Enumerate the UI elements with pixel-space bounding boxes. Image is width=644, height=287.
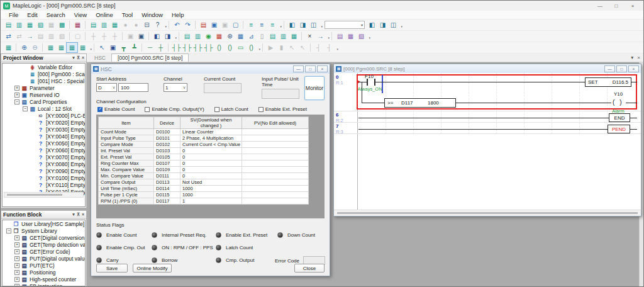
output-coil-icon[interactable] [613, 99, 627, 106]
expander-icon[interactable]: + [14, 242, 19, 247]
expander-icon[interactable]: + [14, 263, 19, 268]
close-icon[interactable]: × [628, 65, 639, 72]
scale-combo[interactable] [325, 21, 365, 29]
breakpoint-1-button[interactable]: ┤ [313, 43, 324, 52]
tree-item-slot-0080[interactable]: ? [XY:0080] Empty [3, 160, 85, 167]
fb-item-get-digital[interactable]: + ▤ GET(Digital conversion value) [3, 234, 85, 241]
tree-item-card-properties[interactable]: − ▤ Card Properties [3, 98, 85, 105]
coil-f9-button[interactable]: () [214, 43, 225, 52]
force-io-1-button[interactable]: ┼ [88, 31, 99, 41]
doc-a-button[interactable]: ▤ [35, 31, 46, 41]
checkbox-icon[interactable] [145, 107, 150, 112]
plc-read-button[interactable]: ◧ [287, 20, 297, 30]
minimize-icon[interactable]: — [293, 65, 304, 72]
tree-item-hsc[interactable]: ≣ [001] HSC : Special F [3, 77, 85, 84]
new-file-button[interactable]: ▤ [88, 20, 99, 30]
save-all-button[interactable]: ▩ [57, 20, 67, 30]
info-button[interactable]: ▣ [136, 31, 147, 41]
pin-icon[interactable]: ⊼ [77, 55, 80, 60]
checkbox-icon[interactable] [258, 107, 264, 112]
fb-item-positioning[interactable]: + ▤ Positioning [3, 269, 85, 276]
close-icon[interactable]: × [82, 55, 84, 60]
config-checkbox[interactable]: Latch Count [214, 106, 258, 112]
sv-cell[interactable]: 0 [180, 173, 242, 179]
list-view-3-button[interactable]: ≡ [267, 20, 278, 30]
tab-list-icon[interactable]: ▾ [631, 55, 633, 60]
new-project-button[interactable]: ▤ [3, 20, 14, 30]
compare-instruction-box[interactable]: >= D117 1800 [384, 98, 456, 108]
horizontal-scrollbar[interactable] [334, 210, 641, 216]
expander-icon[interactable]: − [23, 106, 28, 111]
branch-down-button[interactable]: ┳ [118, 43, 129, 52]
expander-icon[interactable]: − [6, 228, 11, 234]
ladder-canvas[interactable]: 0 R:1 F10 Always_ON SET D116.5 [334, 73, 641, 210]
coil-set-button[interactable]: () [246, 43, 257, 52]
scrollbar-thumb[interactable] [337, 212, 638, 214]
device-type-select[interactable]: D [96, 83, 117, 92]
variable-table-button[interactable]: ▦ [72, 20, 83, 30]
ladder-view-2-button[interactable]: ▦ [56, 43, 67, 52]
fb-item-user-library[interactable]: ❒ User Library[HSC Sample] [3, 220, 85, 227]
contact-pulse-button[interactable]: ┤├ [192, 43, 203, 52]
expander-icon[interactable]: + [14, 277, 19, 282]
settings-button[interactable]: ⊛ [225, 31, 235, 41]
close-icon[interactable]: × [82, 212, 84, 217]
save-button[interactable]: ▦ [46, 20, 57, 30]
menu-item[interactable]: Tool [118, 11, 137, 18]
tree-item-parameter[interactable]: + ▦ Parameter [3, 84, 85, 91]
print-button[interactable]: ⊟ [142, 20, 152, 30]
tree-item-variable-editor[interactable]: ⋕ Variable Editor [3, 64, 85, 70]
trend-chart-button[interactable]: ⊿ [246, 31, 257, 41]
expander-icon[interactable]: + [14, 86, 19, 91]
import-project-button[interactable]: ▧ [35, 20, 46, 30]
expander-icon[interactable]: + [14, 270, 19, 275]
back-button[interactable]: ● [120, 20, 131, 30]
config-checkbox[interactable]: Enable Cmp. Output(Y) [145, 106, 214, 112]
contact-nc-f6-button[interactable]: ┤├ [182, 43, 192, 52]
sv-cell[interactable]: 0 [180, 148, 242, 154]
vline-f4-button[interactable]: ┼ [155, 43, 166, 52]
pend-instruction-box[interactable]: PEND [608, 125, 630, 133]
ladder-view-1-button[interactable]: ▦ [45, 43, 56, 52]
open-file-button[interactable]: ▥ [99, 20, 109, 30]
minimize-icon[interactable]: — [604, 65, 615, 72]
comment-edit-button[interactable]: ▣ [108, 43, 118, 52]
coil-nc-f10-button[interactable]: () [225, 43, 235, 52]
ladder-window-titlebar[interactable]: ▦ [000] Pgm000.SRC [8 step] — □ × [334, 64, 641, 73]
sv-cell[interactable]: 2 Phase, 4 Multiplication [180, 135, 242, 142]
panel-menu-icon[interactable]: ▾ [72, 55, 75, 60]
open-project-button[interactable]: ▥ [14, 20, 25, 30]
panel-menu-icon[interactable]: ▾ [72, 212, 75, 217]
ladder-view-3-button[interactable]: ▦ [67, 43, 77, 52]
contact-no-f5-button[interactable]: ┤├ [171, 43, 182, 52]
sv-cell[interactable]: 0 [180, 160, 242, 167]
compare-offline-button[interactable]: ⇄ [14, 31, 25, 41]
breakpoint-2-button[interactable]: ┤ [324, 43, 335, 52]
horizontal-scrollbar[interactable] [4, 192, 84, 198]
plc-monitor-button[interactable]: ◫ [388, 20, 399, 30]
config-checkbox[interactable]: Enable Count [97, 106, 145, 112]
contact-npulse-button[interactable]: ┤├ [203, 43, 214, 52]
document-tab[interactable]: HSC [89, 53, 111, 62]
set-instruction-box[interactable]: SET D116.5 [585, 77, 631, 87]
tree-item-pgm000[interactable]: ≣ [000] Pgm000 : Scan [3, 70, 85, 77]
start-address-input[interactable]: 100 [118, 83, 148, 92]
end-instruction-box[interactable]: END [609, 113, 630, 122]
hline-f2-button[interactable]: ─ [145, 43, 155, 52]
save-file-button[interactable]: ▦ [109, 20, 120, 30]
fb-item-get-temp[interactable]: + ▤ GET(Temp detection value) [3, 241, 85, 248]
expander-icon[interactable]: − [14, 99, 19, 104]
copy-page-button[interactable]: ▣ [209, 20, 219, 30]
purple-tool-1-button[interactable]: ▤ [335, 31, 345, 41]
step-in-button[interactable]: ↖ [287, 43, 297, 52]
compare-button[interactable]: ⇄ [3, 31, 14, 41]
sv-cell[interactable]: Not Used [180, 179, 242, 186]
step-over-button[interactable]: ↖ [297, 43, 308, 52]
document-tab[interactable]: [000] Pgm000.SRC [8 step] [111, 53, 189, 62]
pause-button[interactable]: ▮ [276, 43, 287, 52]
special-monitor-button[interactable]: ◨ [162, 31, 173, 41]
tree-item-slot-0090[interactable]: ? [XY:0090] Empty [3, 167, 85, 174]
menu-item[interactable]: Search [42, 11, 70, 18]
io-table-button[interactable]: ▦ [3, 43, 14, 52]
undo-button[interactable]: ↶ [172, 20, 182, 30]
